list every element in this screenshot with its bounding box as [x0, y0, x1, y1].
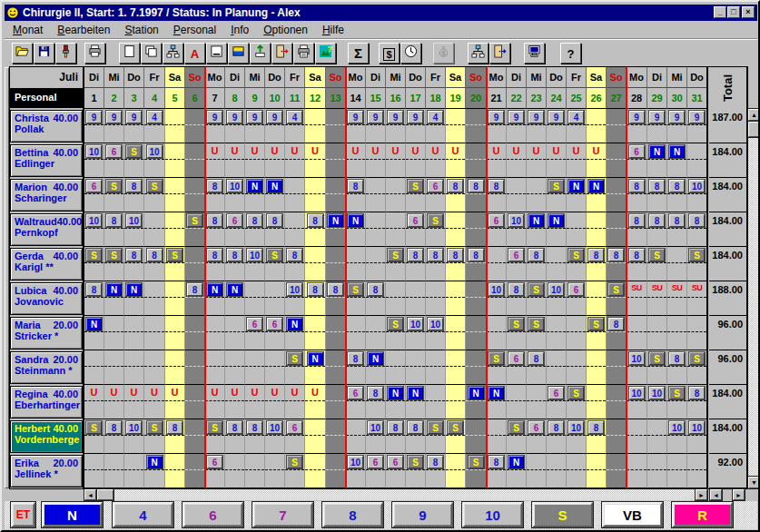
schedule-cell[interactable]: S [507, 316, 527, 350]
schedule-cell[interactable]: S [124, 143, 144, 178]
schedule-cell[interactable]: N [587, 178, 607, 212]
schedule-cell[interactable] [487, 247, 507, 281]
horizontal-scrollbar[interactable] [84, 489, 707, 500]
schedule-cell[interactable]: N [225, 281, 245, 316]
schedule-cell[interactable] [487, 316, 507, 350]
toolbar-vacation-question-button[interactable]: ? [315, 43, 336, 64]
schedule-cell[interactable] [185, 178, 205, 212]
schedule-cell[interactable]: 10 [687, 178, 707, 212]
schedule-cell[interactable] [165, 178, 185, 212]
schedule-cell[interactable]: 8 [165, 419, 185, 454]
schedule-cell[interactable]: U [205, 143, 225, 178]
legend-8-button[interactable]: 8 [322, 502, 383, 527]
schedule-cell[interactable]: U [265, 143, 285, 178]
schedule-cell[interactable] [507, 178, 527, 212]
schedule-cell[interactable] [124, 316, 144, 350]
schedule-cell[interactable]: S [285, 454, 305, 488]
schedule-cell[interactable]: S [426, 419, 446, 454]
schedule-cell[interactable]: 6 [285, 419, 305, 454]
schedule-cell[interactable]: 10 [124, 419, 144, 454]
schedule-cell[interactable] [426, 385, 446, 419]
schedule-cell[interactable] [346, 316, 366, 350]
schedule-cell[interactable]: U [124, 385, 144, 419]
schedule-cell[interactable] [406, 281, 426, 316]
schedule-cell[interactable]: N [667, 143, 687, 178]
schedule-cell[interactable]: S [567, 385, 587, 419]
schedule-cell[interactable]: 6 [104, 143, 124, 178]
schedule-cell[interactable] [84, 454, 104, 488]
schedule-cell[interactable] [386, 212, 406, 247]
schedule-cell[interactable] [667, 316, 687, 350]
schedule-cell[interactable] [547, 316, 567, 350]
schedule-cell[interactable]: U [165, 385, 185, 419]
toolbar-exit-door2-button[interactable] [489, 43, 510, 64]
schedule-cell[interactable]: 8 [607, 247, 627, 281]
schedule-cell[interactable]: 8 [285, 247, 305, 281]
schedule-cell[interactable] [466, 419, 487, 454]
schedule-cell[interactable] [285, 212, 305, 247]
schedule-cell[interactable] [245, 454, 265, 488]
personnel-cell[interactable]: Waltraud40.00 Pernkopf [10, 213, 83, 246]
schedule-cell[interactable]: S [487, 350, 507, 385]
schedule-cell[interactable] [386, 178, 406, 212]
toolbar-new-page-button[interactable] [119, 43, 140, 64]
schedule-cell[interactable]: 9 [124, 109, 144, 143]
schedule-cell[interactable]: 8 [185, 281, 205, 316]
schedule-cell[interactable] [326, 316, 346, 350]
schedule-cell[interactable]: 8 [84, 281, 104, 316]
schedule-cell[interactable] [185, 385, 205, 419]
schedule-cell[interactable]: 8 [507, 281, 527, 316]
schedule-cell[interactable] [587, 350, 607, 385]
schedule-cell[interactable] [165, 350, 185, 385]
schedule-cell[interactable]: 9 [225, 109, 245, 143]
schedule-cell[interactable] [326, 454, 346, 488]
schedule-cell[interactable] [104, 316, 124, 350]
schedule-cell[interactable]: 6 [346, 385, 366, 419]
schedule-cell[interactable]: N [366, 350, 386, 385]
schedule-cell[interactable] [587, 454, 607, 488]
schedule-cell[interactable] [185, 109, 205, 143]
schedule-cell[interactable] [225, 454, 245, 488]
schedule-cell[interactable]: 10 [567, 419, 587, 454]
schedule-cell[interactable]: 9 [265, 109, 285, 143]
schedule-cell[interactable] [446, 385, 466, 419]
schedule-cell[interactable]: S [426, 212, 446, 247]
schedule-cell[interactable] [466, 212, 487, 247]
menu-item-bearbeiten[interactable]: Bearbeiten [51, 22, 116, 38]
schedule-cell[interactable]: 9 [84, 109, 104, 143]
toolbar-org-chart-button[interactable] [163, 43, 183, 64]
schedule-cell[interactable]: S [185, 212, 205, 247]
schedule-cell[interactable] [607, 454, 627, 488]
schedule-cell[interactable]: S [466, 454, 487, 488]
schedule-cell[interactable]: 4 [144, 109, 165, 143]
schedule-cell[interactable]: U [587, 143, 607, 178]
schedule-cell[interactable]: U [225, 385, 245, 419]
schedule-cell[interactable] [326, 143, 346, 178]
schedule-cell[interactable]: 8 [587, 419, 607, 454]
legend-7-button[interactable]: 7 [252, 502, 313, 527]
schedule-cell[interactable] [446, 454, 466, 488]
schedule-cell[interactable]: 8 [627, 247, 647, 281]
schedule-cell[interactable] [507, 385, 527, 419]
schedule-cell[interactable]: 8 [245, 419, 265, 454]
schedule-cell[interactable] [165, 109, 185, 143]
schedule-cell[interactable]: 9 [527, 109, 547, 143]
schedule-cell[interactable]: S [667, 385, 687, 419]
schedule-cell[interactable]: 8 [346, 178, 366, 212]
schedule-cell[interactable]: SU [667, 281, 687, 316]
schedule-cell[interactable] [205, 350, 225, 385]
toolbar-brush-button[interactable] [55, 43, 76, 64]
schedule-cell[interactable]: 8 [205, 212, 225, 247]
schedule-cell[interactable]: 8 [667, 350, 687, 385]
schedule-cell[interactable] [185, 316, 205, 350]
total-scroll-right-button[interactable]: ► [733, 489, 745, 500]
schedule-cell[interactable]: 8 [225, 419, 245, 454]
schedule-cell[interactable]: 8 [426, 247, 446, 281]
vertical-scrollbar[interactable] [748, 109, 760, 488]
schedule-cell[interactable]: 8 [687, 385, 707, 419]
schedule-cell[interactable]: S [84, 247, 104, 281]
schedule-cell[interactable]: U [507, 143, 527, 178]
total-scroll-left-button[interactable]: ◄ [710, 489, 722, 500]
schedule-cell[interactable]: 8 [104, 212, 124, 247]
schedule-cell[interactable]: N [487, 385, 507, 419]
